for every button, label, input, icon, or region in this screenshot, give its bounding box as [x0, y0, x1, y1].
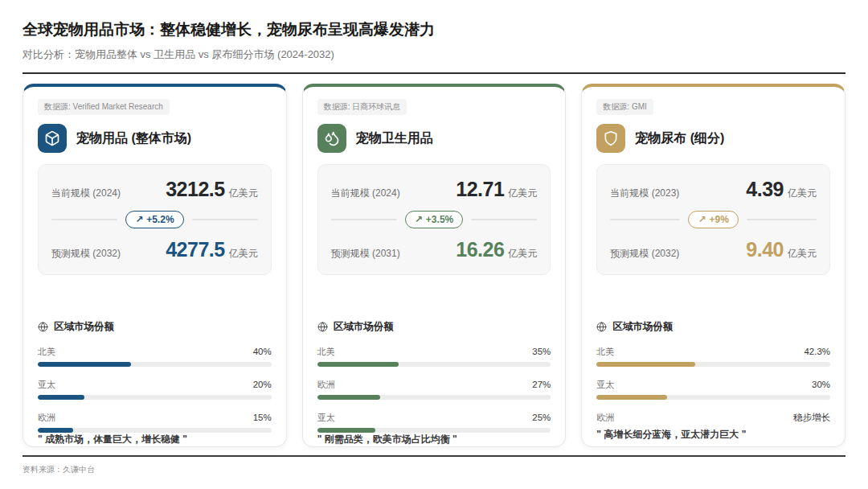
- page-title: 全球宠物用品市场：整体稳健增长，宠物尿布呈现高爆发潜力: [23, 19, 845, 40]
- region-bar-track: [596, 362, 830, 367]
- data-source-badge: 数据源: 日商环球讯息: [317, 99, 407, 115]
- current-size-value: 12.71: [456, 178, 504, 201]
- footer-rule: [23, 455, 845, 457]
- region-bar-fill: [596, 362, 695, 367]
- region-row: 亚太 20%: [38, 379, 272, 400]
- current-size-unit: 亿美元: [229, 187, 258, 200]
- region-bar-fill: [317, 395, 380, 400]
- current-size-row: 当前规模 (2023) 4.39 亿美元: [610, 178, 817, 201]
- growth-divider: ↗ +9%: [610, 211, 817, 228]
- region-bar-track: [38, 395, 272, 400]
- forecast-size-value: 16.26: [456, 238, 504, 261]
- forecast-size-row: 预测规模 (2031) 16.26 亿美元: [331, 238, 538, 261]
- region-label: 北美: [317, 346, 335, 358]
- region-share-section: 区域市场份额 北美 35% 欧洲 27%: [317, 320, 551, 433]
- data-source-badge: 数据源: GMI: [596, 99, 653, 115]
- market-size-panel: 当前规模 (2023) 4.39 亿美元 ↗ +9% 预测规模 (2032): [596, 164, 830, 275]
- region-label: 北美: [38, 346, 55, 358]
- page-subtitle: 对比分析：宠物用品整体 vs 卫生用品 vs 尿布细分市场 (2024-2032…: [23, 47, 845, 62]
- growth-value: +9%: [710, 214, 729, 225]
- region-row: 亚太 30%: [596, 379, 830, 400]
- region-label: 亚太: [38, 379, 55, 391]
- divider-line: [331, 219, 397, 220]
- current-size-label: 当前规模 (2023): [610, 187, 679, 200]
- region-bar-fill: [317, 362, 399, 367]
- card-title: 宠物用品 (整体市场): [76, 130, 191, 147]
- current-size-row: 当前规模 (2024) 12.71 亿美元: [331, 178, 538, 201]
- forecast-size-value: 9.40: [746, 238, 784, 261]
- region-value: 42.3%: [804, 347, 830, 356]
- current-size-label: 当前规模 (2024): [331, 187, 400, 200]
- market-size-panel: 当前规模 (2024) 3212.5 亿美元 ↗ +5.2% 预测规模 (203: [38, 164, 272, 275]
- region-label: 北美: [596, 346, 614, 358]
- trend-up-icon: ↗: [135, 214, 143, 225]
- data-source-badge: 数据源: Verified Market Research: [38, 99, 170, 115]
- region-share-title: 区域市场份额: [612, 320, 673, 334]
- forecast-size-label: 预测规模 (2032): [610, 247, 679, 261]
- region-value: 稳步增长: [793, 412, 830, 424]
- region-bar-fill: [38, 395, 84, 400]
- infographic-page: 全球宠物用品市场：整体稳健增长，宠物尿布呈现高爆发潜力 对比分析：宠物用品整体 …: [0, 0, 868, 475]
- card-quote: " 刚需品类，欧美市场占比均衡 ": [317, 433, 551, 446]
- market-card-pet-diapers: 数据源: GMI 宠物尿布 (细分) 当前规模 (2023) 4.39 亿美元: [581, 84, 845, 447]
- current-size-row: 当前规模 (2024) 3212.5 亿美元: [51, 178, 258, 201]
- current-size-value: 4.39: [746, 178, 784, 201]
- forecast-size-label: 预测规模 (2032): [51, 247, 121, 261]
- forecast-size-unit: 亿美元: [229, 247, 258, 261]
- region-share-title: 区域市场份额: [54, 320, 114, 334]
- divider-line: [747, 219, 817, 220]
- region-row: 北美 40%: [38, 346, 272, 367]
- region-row: 欧洲 稳步增长: [596, 412, 830, 424]
- region-value: 20%: [253, 380, 272, 389]
- region-bar-fill: [38, 362, 131, 367]
- region-share-header: 区域市场份额: [38, 320, 272, 334]
- current-size-unit: 亿美元: [788, 187, 817, 200]
- current-size-value: 3212.5: [166, 178, 224, 201]
- forecast-size-label: 预测规模 (2031): [331, 247, 400, 261]
- card-title: 宠物尿布 (细分): [635, 130, 724, 147]
- forecast-size-row: 预测规模 (2032) 9.40 亿美元: [610, 238, 817, 261]
- region-share-section: 区域市场份额 北美 42.3% 亚太 30%: [596, 320, 830, 428]
- region-label: 欧洲: [317, 379, 335, 391]
- package-icon: [38, 124, 67, 153]
- growth-divider: ↗ +5.2%: [51, 211, 258, 228]
- region-bar-track: [38, 362, 272, 367]
- market-card-pet-supplies: 数据源: Verified Market Research 宠物用品 (整体市场…: [23, 84, 287, 447]
- market-card-pet-hygiene: 数据源: 日商环球讯息 宠物卫生用品 当前规模 (2024) 12.71 亿美元: [302, 84, 567, 447]
- forecast-size-unit: 亿美元: [508, 247, 537, 261]
- region-row: 北美 42.3%: [596, 346, 830, 367]
- card-title: 宠物卫生用品: [356, 130, 433, 147]
- market-size-panel: 当前规模 (2024) 12.71 亿美元 ↗ +3.5% 预测规模 (2031: [317, 164, 551, 275]
- card-header: 宠物卫生用品: [317, 124, 551, 153]
- trend-up-icon: ↗: [698, 214, 706, 225]
- region-row: 亚太 25%: [317, 412, 551, 433]
- growth-value: +3.5%: [426, 214, 453, 225]
- region-bar-track: [596, 395, 830, 400]
- shield-icon: [596, 124, 625, 153]
- region-value: 35%: [532, 347, 551, 356]
- region-share-section: 区域市场份额 北美 40% 亚太 20%: [38, 320, 272, 433]
- growth-badge: ↗ +5.2%: [125, 211, 183, 228]
- growth-badge: ↗ +3.5%: [405, 211, 463, 228]
- region-row: 欧洲 15%: [38, 412, 272, 433]
- forecast-size-value: 4277.5: [166, 238, 224, 261]
- divider-line: [610, 219, 680, 220]
- region-label: 欧洲: [596, 412, 614, 424]
- region-row: 欧洲 27%: [317, 379, 551, 400]
- region-label: 亚太: [317, 412, 335, 424]
- growth-divider: ↗ +3.5%: [331, 211, 538, 228]
- globe-icon: [596, 322, 607, 332]
- forecast-size-row: 预测规模 (2032) 4277.5 亿美元: [51, 238, 258, 261]
- region-label: 亚太: [596, 379, 614, 391]
- trend-up-icon: ↗: [415, 214, 423, 225]
- globe-icon: [38, 322, 48, 332]
- region-share-title: 区域市场份额: [334, 320, 394, 334]
- cards-grid: 数据源: Verified Market Research 宠物用品 (整体市场…: [23, 84, 845, 447]
- region-share-header: 区域市场份额: [317, 320, 551, 334]
- current-size-unit: 亿美元: [508, 187, 537, 200]
- card-header: 宠物用品 (整体市场): [38, 124, 272, 153]
- region-value: 40%: [253, 347, 272, 356]
- card-header: 宠物尿布 (细分): [596, 124, 830, 153]
- divider-line: [51, 219, 117, 220]
- growth-badge: ↗ +9%: [688, 211, 738, 228]
